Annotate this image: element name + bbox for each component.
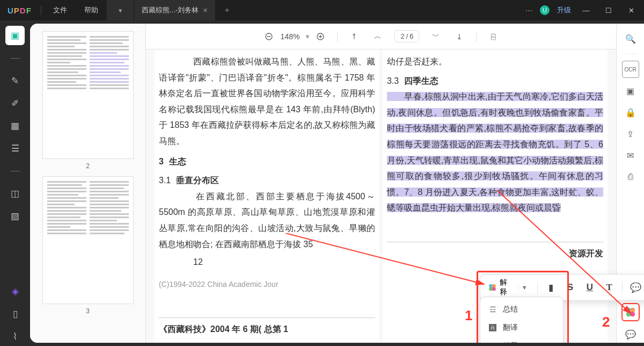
email-icon[interactable]: ✉ <box>622 147 639 164</box>
page-number: 12 <box>159 254 375 270</box>
list-icon: ☲ <box>488 305 497 314</box>
page-total: 6 <box>409 32 413 40</box>
content-wrap: 2 3 <box>30 24 644 343</box>
resource-heading: 资源开发 <box>387 242 603 262</box>
viewer-toolbar: 148% ▼ ⤒ ︿ 2 / 6 ﹀ ⤓ ⌸ <box>146 24 616 49</box>
presentation-icon[interactable]: ⌸ <box>486 30 500 44</box>
ocr-icon[interactable]: OCR <box>622 61 639 78</box>
tab-title: 西藏棕熊...-刘务林 <box>142 5 199 15</box>
first-page-button[interactable]: ⤒ <box>347 30 361 44</box>
section-heading: 3生态 <box>159 154 375 170</box>
app-logo: UPDF <box>0 6 38 15</box>
zoom-value: 148% <box>279 32 302 41</box>
thumbnails-icon[interactable]: ▣ <box>5 26 25 45</box>
image-icon[interactable]: ▣ <box>622 82 639 99</box>
chevron-down-icon[interactable]: ▼ <box>305 33 311 40</box>
underline-button[interactable]: U <box>581 279 598 295</box>
tab-add-button[interactable]: ＋ <box>216 5 238 15</box>
menu-file[interactable]: 文件 <box>45 5 76 15</box>
more-icon[interactable]: ⋯ <box>525 6 532 15</box>
menu-item-translate[interactable]: 🅰 翻译 <box>480 319 563 337</box>
thumbnail-number: 2 <box>35 162 140 170</box>
translate-icon: 🅰 <box>488 323 497 332</box>
svg-point-8 <box>492 287 496 291</box>
crop-icon[interactable]: ◫ <box>5 184 25 203</box>
minimize-icon[interactable]: — <box>579 6 594 15</box>
thumbnail-number: 3 <box>35 307 140 315</box>
text-style-button[interactable]: T <box>601 279 618 295</box>
highlighter-icon[interactable]: ✎ <box>5 71 25 90</box>
redact-icon[interactable]: ▨ <box>5 206 25 226</box>
upgrade-button[interactable]: 升级 <box>557 5 571 15</box>
page-layout-icon[interactable]: ▦ <box>5 116 25 135</box>
comment-icon[interactable]: 💬 <box>627 279 644 295</box>
zoom-in-button[interactable] <box>313 30 327 44</box>
footer-text: (C)1994-2022 China Academic Jour <box>159 278 375 292</box>
subsection-heading: 3.3四季生态 <box>387 73 603 89</box>
lock-icon[interactable]: 🔒 <box>622 104 639 121</box>
ai-explain-button[interactable]: 解释 ▼ <box>485 278 533 297</box>
pen-icon[interactable]: ✐ <box>5 93 25 113</box>
menu-item-explain[interactable]: ⋯ 解释 <box>480 337 563 343</box>
subsection-heading: 3.1垂直分布区 <box>159 172 375 189</box>
chevron-down-icon[interactable]: ▼ <box>518 284 530 291</box>
titlebar: UPDF 文件 帮助 ▾ 西藏棕熊...-刘务林 ✕ ＋ ⋯ U 升级 — ☐ … <box>0 0 644 20</box>
ai-logo-icon <box>625 306 636 318</box>
tab-dropdown[interactable]: ▾ <box>107 0 134 20</box>
feedback-icon[interactable]: 💬 <box>622 326 639 343</box>
strikethrough-button[interactable]: S <box>561 279 579 295</box>
thumbnail-page-3[interactable] <box>42 176 134 304</box>
tab-document[interactable]: 西藏棕熊...-刘务林 ✕ <box>134 0 216 20</box>
attachment-icon[interactable]: ⌇ <box>5 327 25 346</box>
paragraph: 西藏棕熊曾被叫做藏马熊、人熊、马熊、黑、藏语译音"折蒙"、门巴语译音"折冬"。棕… <box>159 54 375 149</box>
print-icon[interactable]: ⎙ <box>622 168 639 185</box>
zoom-out-button[interactable] <box>262 30 276 44</box>
prev-page-button[interactable]: ︿ <box>371 30 385 44</box>
menu-item-summarize[interactable]: ☲ 总结 <box>480 300 563 319</box>
page-current: 2 <box>400 32 404 40</box>
main: ▣ — ✎ ✐ ▦ ☰ — ◫ ▨ ◈ ▯ ⌇ <box>0 20 644 346</box>
page-input[interactable]: 2 / 6 <box>394 30 419 42</box>
annotation-number-1: 1 <box>465 307 472 324</box>
avatar[interactable]: U <box>540 5 550 15</box>
search-icon[interactable]: 🔍 <box>622 30 639 47</box>
close-icon[interactable]: ✕ <box>203 7 208 14</box>
highlighted-paragraph[interactable]: 早春,棕熊从洞中出来,由于天气尚寒冷,它们多白天活动,夜间休息。但饥急后,有时夜… <box>387 89 603 216</box>
viewer: 148% ▼ ⤒ ︿ 2 / 6 ﹀ ⤓ ⌸ <box>146 24 616 343</box>
left-rail: ▣ — ✎ ✐ ▦ ☰ — ◫ ▨ ◈ ▯ ⌇ <box>0 20 30 346</box>
form-icon[interactable]: ☰ <box>5 139 25 158</box>
dash-icon: — <box>5 48 25 68</box>
chevron-down-icon: ▾ <box>114 6 126 15</box>
dash-icon: — <box>5 161 25 181</box>
last-page-button[interactable]: ⤓ <box>452 30 466 44</box>
paragraph: 幼仔是否赶来。 <box>387 54 603 70</box>
ai-logo-icon <box>488 283 497 292</box>
close-window-icon[interactable]: ✕ <box>624 6 639 15</box>
paragraph: 在西藏北部、西部主要栖息于海拔4500～5500m 的高原草原、高山草甸草原、山… <box>159 189 375 252</box>
thumbnail-page-2[interactable] <box>42 31 134 159</box>
page-sep: / <box>406 32 408 40</box>
ai-assistant-button[interactable] <box>621 303 640 321</box>
annotation-number-2: 2 <box>602 314 610 330</box>
next-page-button[interactable]: ﹀ <box>429 30 443 44</box>
maximize-icon[interactable]: ☐ <box>601 6 616 15</box>
share-icon[interactable]: ⇪ <box>622 125 639 142</box>
thumbnail-panel: 2 3 <box>30 24 146 343</box>
highlight-icon[interactable]: ▮ <box>542 279 559 295</box>
bookmark-icon[interactable]: ▯ <box>5 304 25 323</box>
journal-line: 《西藏科技》2004 年 6 期( 总第 1 <box>159 318 375 337</box>
doc-column-left: 西藏棕熊曾被叫做藏马熊、人熊、马熊、黑、藏语译音"折蒙"、门巴语译音"折冬"。棕… <box>155 49 379 343</box>
layers-icon[interactable]: ◈ <box>5 282 25 301</box>
ai-dropdown-menu: ☲ 总结 🅰 翻译 ⋯ 解释 <box>480 297 564 343</box>
svg-point-13 <box>630 312 635 316</box>
chat-icon: ⋯ <box>488 342 497 343</box>
menu-help[interactable]: 帮助 <box>76 5 107 15</box>
divider <box>41 5 41 15</box>
